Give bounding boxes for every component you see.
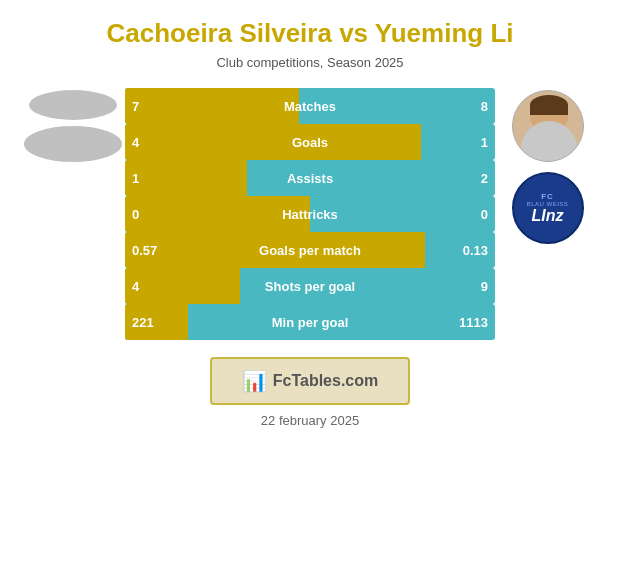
left-oval-bottom <box>24 126 122 162</box>
bar-val-right: 2 <box>481 171 488 186</box>
bar-val-left: 0.57 <box>132 243 157 258</box>
bar-fill-left <box>125 268 240 304</box>
stat-label: Hattricks <box>282 207 338 222</box>
stat-label: Goals <box>292 135 328 150</box>
bar-val-left: 0 <box>132 207 139 222</box>
fctables-text: FcTables.com <box>273 372 379 390</box>
bar-fill-left <box>125 124 421 160</box>
bar-val-left: 221 <box>132 315 154 330</box>
page-subtitle: Club competitions, Season 2025 <box>216 55 403 70</box>
stat-label: Assists <box>287 171 333 186</box>
footer-date: 22 february 2025 <box>261 413 359 428</box>
page-title: Cachoeira Silveira vs Yueming Li <box>106 18 513 49</box>
stat-row: 4Shots per goal9 <box>125 268 495 304</box>
bar-val-left: 4 <box>132 279 139 294</box>
bar-val-left: 7 <box>132 99 139 114</box>
bar-val-right: 1113 <box>459 315 488 330</box>
fctables-banner: 📊 FcTables.com <box>210 357 410 405</box>
stat-row: 0Hattricks0 <box>125 196 495 232</box>
club-badge: FC BLAU WEISS LInz <box>512 172 584 244</box>
player-hair <box>530 95 568 115</box>
bar-val-right: 9 <box>481 279 488 294</box>
stat-row: 7Matches8 <box>125 88 495 124</box>
stat-row: 0.57Goals per match0.13 <box>125 232 495 268</box>
bar-val-right: 0 <box>481 207 488 222</box>
bar-val-right: 1 <box>481 135 488 150</box>
right-player-photo <box>512 90 584 162</box>
bar-val-left: 4 <box>132 135 139 150</box>
bar-fill-left <box>125 88 299 124</box>
bar-val-right: 8 <box>481 99 488 114</box>
stat-row: 4Goals1 <box>125 124 495 160</box>
stat-label: Min per goal <box>272 315 349 330</box>
chart-icon: 📊 <box>242 369 267 393</box>
stat-row: 1Assists2 <box>125 160 495 196</box>
stat-row: 221Min per goal1113 <box>125 304 495 340</box>
stat-label: Shots per goal <box>265 279 355 294</box>
bar-fill-left <box>125 160 247 196</box>
bar-val-left: 1 <box>132 171 139 186</box>
badge-fc: FC <box>541 192 554 201</box>
badge-linz: LInz <box>532 207 564 225</box>
stat-label: Goals per match <box>259 243 361 258</box>
left-player-area <box>20 88 125 162</box>
bar-val-right: 0.13 <box>463 243 488 258</box>
page: Cachoeira Silveira vs Yueming Li Club co… <box>0 0 620 580</box>
stats-container: 7Matches84Goals11Assists20Hattricks00.57… <box>125 88 495 340</box>
stat-label: Matches <box>284 99 336 114</box>
left-oval-top <box>29 90 117 120</box>
right-player-area: FC BLAU WEISS LInz <box>495 88 600 244</box>
